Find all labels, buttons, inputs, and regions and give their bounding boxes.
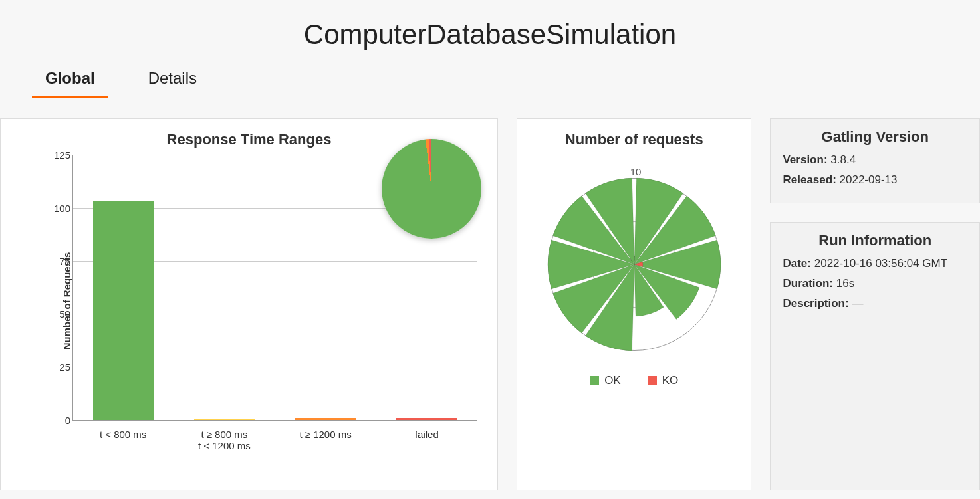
x-label: t ≥ 1200 ms bbox=[275, 425, 376, 451]
bar-x-labels: t < 800 mst ≥ 800 ms t < 1200 mst ≥ 1200… bbox=[72, 425, 477, 451]
version-heading: Gatling Version bbox=[783, 128, 967, 146]
page-title: ComputerDatabaseSimulation bbox=[0, 0, 980, 64]
run-duration-row: Duration: 16s bbox=[783, 277, 967, 290]
y-axis-label: Number of Requests bbox=[61, 252, 72, 350]
released-value: 2022-09-13 bbox=[840, 173, 898, 186]
run-heading: Run Information bbox=[783, 232, 967, 249]
bar bbox=[194, 419, 255, 420]
x-label: t ≥ 800 ms t < 1200 ms bbox=[174, 425, 275, 451]
x-label: t < 800 ms bbox=[72, 425, 174, 451]
bar bbox=[295, 418, 356, 420]
gatling-version-card: Gatling Version Version: 3.8.4 Released:… bbox=[770, 118, 980, 203]
y-tick: 50 bbox=[51, 308, 70, 320]
content-row: Response Time Ranges Number of Requests … bbox=[0, 98, 980, 490]
run-info-card: Run Information Date: 2022-10-16 03:56:0… bbox=[770, 222, 980, 490]
polar-chart: 010 bbox=[545, 168, 724, 361]
run-duration-value: 16s bbox=[836, 277, 854, 290]
tab-details[interactable]: Details bbox=[135, 64, 210, 98]
legend-ko: KO bbox=[648, 374, 679, 387]
run-description-value: — bbox=[852, 297, 863, 310]
y-tick: 0 bbox=[51, 415, 70, 426]
version-label: Version: bbox=[783, 153, 827, 166]
run-duration-label: Duration: bbox=[783, 277, 833, 290]
x-label: failed bbox=[376, 425, 477, 451]
legend-ko-label: KO bbox=[662, 374, 679, 387]
released-label: Released: bbox=[783, 173, 836, 186]
released-row: Released: 2022-09-13 bbox=[783, 173, 967, 187]
bar bbox=[93, 201, 154, 420]
response-ranges-pie bbox=[382, 139, 481, 239]
tab-global[interactable]: Global bbox=[32, 64, 108, 98]
tab-bar: Global Details bbox=[0, 64, 980, 98]
run-date-row: Date: 2022-10-16 03:56:04 GMT bbox=[783, 257, 967, 270]
legend-ok: OK bbox=[590, 374, 621, 387]
legend-swatch-ok bbox=[590, 376, 599, 385]
run-date-value: 2022-10-16 03:56:04 GMT bbox=[814, 257, 947, 270]
bar bbox=[396, 418, 457, 420]
requests-legend: OK KO bbox=[525, 374, 743, 387]
response-time-ranges-panel: Response Time Ranges Number of Requests … bbox=[0, 118, 498, 490]
version-value: 3.8.4 bbox=[830, 153, 856, 166]
right-column: Gatling Version Version: 3.8.4 Released:… bbox=[770, 118, 980, 490]
legend-ok-label: OK bbox=[604, 374, 621, 387]
y-tick: 125 bbox=[51, 150, 70, 161]
run-date-label: Date: bbox=[783, 257, 811, 270]
y-tick: 75 bbox=[51, 255, 70, 266]
run-description-row: Description: — bbox=[783, 297, 967, 310]
legend-swatch-ko bbox=[648, 376, 657, 385]
version-row: Version: 3.8.4 bbox=[783, 153, 967, 167]
pie-slices bbox=[382, 139, 481, 239]
run-description-label: Description: bbox=[783, 297, 848, 310]
y-tick: 100 bbox=[51, 202, 70, 213]
requests-title: Number of requests bbox=[525, 131, 743, 148]
y-tick: 25 bbox=[51, 361, 70, 373]
number-of-requests-panel: Number of requests 010 OK KO bbox=[517, 118, 752, 490]
